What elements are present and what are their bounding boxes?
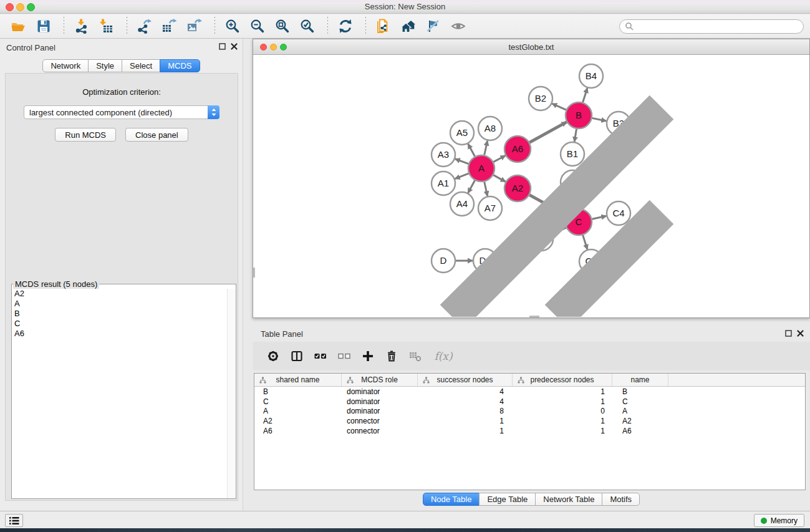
main-toolbar (0, 14, 810, 39)
checked-boxes-icon (314, 350, 327, 362)
memory-label: Memory (771, 516, 798, 525)
table-settings-button[interactable] (264, 347, 282, 365)
zoom-in-icon (224, 18, 241, 34)
list-item[interactable]: A2 (12, 289, 227, 299)
shared-column-icon (518, 377, 524, 384)
export-network-button[interactable] (133, 16, 156, 37)
control-panel: Control Panel Network Style Select MCDS … (0, 39, 243, 511)
show-graphics-details-button[interactable] (447, 16, 470, 37)
export-image-icon (186, 18, 203, 34)
export-table-button[interactable] (158, 16, 181, 37)
save-session-button[interactable] (32, 16, 55, 37)
function-builder-button[interactable]: f(x) (430, 347, 457, 365)
export-network-icon (137, 18, 153, 34)
zoom-out-button[interactable] (246, 16, 269, 37)
resize-handle-icon[interactable] (253, 55, 809, 317)
open-session-button[interactable] (7, 16, 30, 37)
delete-columns-button[interactable] (382, 347, 401, 365)
search-icon (625, 22, 634, 31)
memory-button[interactable]: Memory (754, 514, 804, 527)
select-stepper-icon (208, 105, 219, 119)
tab-style[interactable]: Style (88, 59, 122, 72)
column-header-shared-name[interactable]: shared name (254, 374, 342, 386)
run-mcds-button[interactable]: Run MCDS (55, 128, 116, 142)
node-table: shared name MCDS role successor nodes (254, 373, 806, 490)
table-panel-header: Table Panel (253, 324, 810, 342)
float-panel-icon[interactable] (219, 43, 226, 50)
window-titlebar: Session: New Session (0, 0, 810, 14)
status-bar: Memory (0, 511, 810, 528)
plus-icon (362, 350, 374, 362)
column-header-name[interactable]: name (612, 374, 668, 386)
close-panel-button[interactable]: Close panel (125, 128, 188, 142)
import-network-button[interactable] (70, 16, 93, 37)
refresh-view-button[interactable] (334, 16, 357, 37)
table-row[interactable]: B dominator 4 1 B (254, 387, 805, 397)
optimization-criterion-select[interactable]: largest connected component (directed) (24, 105, 219, 119)
search-field[interactable] (619, 19, 804, 34)
column-header-mcds-role[interactable]: MCDS role (342, 374, 418, 386)
document-network-icon (375, 18, 392, 34)
table-panel: Table Panel (253, 324, 810, 510)
select-all-columns-button[interactable] (311, 347, 330, 365)
tab-network[interactable]: Network (42, 59, 89, 72)
create-new-column-button[interactable] (359, 347, 377, 365)
zoom-fit-button[interactable] (271, 16, 294, 37)
float-panel-icon[interactable] (785, 330, 792, 337)
return-to-home-button[interactable] (397, 16, 420, 37)
new-network-from-selection-button[interactable] (372, 16, 395, 37)
network-view-window: testGlobe.txt B4B2BB3A8A5A6B1A3AC2A1A2A4… (253, 39, 810, 318)
mcds-result-box: MCDS result (5 nodes) A2 A B C A6 (11, 279, 236, 499)
unchecked-boxes-icon (338, 350, 350, 362)
toolbar-separator (127, 17, 127, 36)
tab-mcds[interactable]: MCDS (160, 59, 200, 72)
list-icon (9, 516, 19, 525)
hide-graphics-details-button[interactable] (422, 16, 445, 37)
unselect-all-columns-button[interactable] (335, 347, 354, 365)
list-item[interactable]: C (12, 319, 227, 329)
column-header-successor-nodes[interactable]: successor nodes (418, 374, 513, 386)
tab-network-table[interactable]: Network Table (535, 493, 602, 506)
tab-motifs[interactable]: Motifs (602, 493, 640, 506)
flag-slash-icon (425, 18, 441, 34)
table-tabs: Node Table Edge Table Network Table Moti… (253, 493, 810, 506)
tab-select[interactable]: Select (122, 59, 160, 72)
tab-node-table[interactable]: Node Table (423, 493, 480, 506)
export-table-icon (162, 18, 178, 34)
save-floppy-icon (36, 18, 52, 34)
list-item[interactable]: A (12, 299, 227, 309)
search-input[interactable] (634, 22, 798, 31)
column-header-predecessor-nodes[interactable]: predecessor nodes (513, 374, 612, 386)
table-row[interactable]: A dominator 8 0 A (254, 407, 805, 417)
eye-icon (450, 18, 466, 34)
list-item[interactable]: B (12, 309, 227, 319)
houses-icon (400, 18, 417, 34)
toolbar-separator (365, 17, 366, 36)
selected-criterion-value: largest connected component (directed) (24, 108, 208, 117)
split-view-button[interactable] (287, 347, 306, 365)
delete-table-button[interactable] (406, 347, 425, 365)
main-area: Control Panel Network Style Select MCDS … (0, 39, 810, 511)
split-columns-icon (291, 350, 303, 362)
network-canvas[interactable]: B4B2BB3A8A5A6B1A3AC2A1A2A4A7C4CC1C3DD1 (253, 56, 809, 317)
import-table-button[interactable] (95, 16, 118, 37)
optimization-criterion-label: Optimization criterion: (6, 87, 238, 97)
show-task-history-button[interactable] (5, 514, 23, 527)
shared-column-icon (423, 377, 430, 384)
table-row[interactable]: C dominator 4 1 C (254, 397, 805, 407)
tab-edge-table[interactable]: Edge Table (479, 493, 536, 506)
table-row[interactable]: A2 connector 1 1 A2 (254, 416, 805, 426)
export-image-button[interactable] (183, 16, 206, 37)
table-row[interactable]: A6 connector 1 1 A6 (254, 426, 805, 436)
zoom-in-button[interactable] (221, 16, 244, 37)
shared-column-icon (259, 377, 266, 384)
mcds-panel-body: Optimization criterion: largest connecte… (5, 73, 238, 501)
list-item[interactable]: A6 (12, 329, 227, 339)
result-scrollbar[interactable] (227, 289, 236, 498)
toolbar-separator (327, 17, 328, 36)
import-table-icon (99, 18, 115, 34)
close-panel-icon[interactable] (797, 330, 804, 337)
zoom-selected-button[interactable] (296, 16, 319, 37)
close-panel-icon[interactable] (231, 43, 238, 50)
toolbar-separator (64, 17, 64, 36)
